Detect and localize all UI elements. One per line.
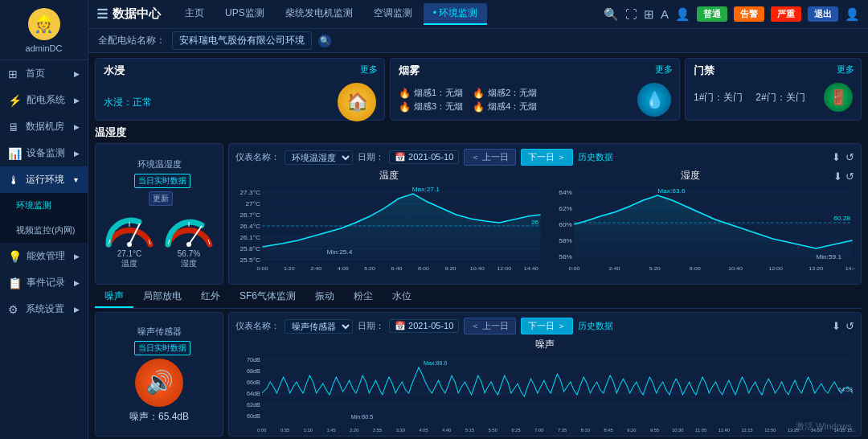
svg-text:26.7°C: 26.7°C — [240, 212, 260, 219]
svg-text:10:40: 10:40 — [728, 266, 743, 271]
sidebar-label-power: 配电系统 — [27, 93, 65, 107]
smoke-item-2: 🔥 烟感2：无烟 — [473, 87, 537, 99]
sidebar-item-environment[interactable]: 🌡 运行环境 ▼ — [0, 166, 88, 193]
tab-waterlevel[interactable]: 水位 — [383, 286, 421, 308]
water-icon: 🏠 — [338, 83, 376, 121]
refresh-icon-hum[interactable]: ↺ — [845, 170, 854, 183]
noise-date-label: 日期： — [358, 320, 384, 332]
top-cards: 水浸 更多 水浸：正常 🏠 烟雾 更多 🔥 烟感1：无烟 🔥 烟感2：无烟 — [88, 53, 868, 125]
svg-text:62dB: 62dB — [247, 402, 260, 408]
server-icon: 🖥 — [8, 121, 21, 133]
svg-text:7:35: 7:35 — [558, 428, 567, 433]
water-title: 水浸 — [104, 64, 376, 78]
next-day-btn[interactable]: 下一日 ＞ — [521, 149, 573, 166]
subheader-value: 安科瑞电气股份有限公司环境 — [172, 31, 312, 50]
svg-text:5:15: 5:15 — [465, 428, 474, 433]
sidebar-sub-label-video: 视频监控(内网) — [16, 224, 75, 236]
badge-logout[interactable]: 退出 — [808, 6, 838, 22]
tab-infrared[interactable]: 红外 — [191, 286, 230, 308]
sidebar-label-datacenter: 数据机房 — [26, 120, 64, 133]
svg-text:Min:25.4: Min:25.4 — [326, 249, 353, 256]
noise-history-btn[interactable]: 历史数据 — [578, 320, 613, 332]
sidebar-label-home: 首页 — [26, 67, 45, 80]
sidebar-item-devices[interactable]: 📊 设备监测 ▶ — [0, 140, 88, 166]
history-btn[interactable]: 历史数据 — [578, 151, 613, 163]
svg-text:Min:60.5: Min:60.5 — [351, 414, 374, 421]
sidebar-item-events[interactable]: 📋 事件记录 ▶ — [0, 269, 88, 296]
svg-text:70dB: 70dB — [247, 357, 260, 363]
svg-text:12:00: 12:00 — [768, 266, 783, 271]
environment-icon: 🌡 — [8, 174, 21, 187]
tab-partial[interactable]: 局部放电 — [133, 286, 191, 308]
user-icon[interactable]: 👤 — [675, 7, 690, 22]
refresh-icon-temp[interactable]: ↺ — [845, 151, 854, 163]
sidebar-sub-video[interactable]: 视频监控(内网) — [0, 218, 88, 243]
svg-text:27°C: 27°C — [245, 201, 260, 207]
zoom-icon[interactable]: ⛶ — [625, 7, 637, 21]
update-btn[interactable]: 更新 — [149, 191, 173, 206]
download-icon-noise[interactable]: ⬇ — [832, 320, 841, 332]
gauges-row: 27.1°C 温度 56.7% — [102, 209, 216, 269]
refresh-icon-noise[interactable]: ↺ — [845, 320, 854, 332]
sidebar-item-energy[interactable]: 💡 能效管理 ▶ — [0, 243, 88, 269]
tab-vibration[interactable]: 振动 — [305, 286, 344, 308]
instrument-select[interactable]: 环境温湿度 — [285, 150, 353, 165]
door-title: 门禁 — [694, 64, 853, 78]
smoke-more[interactable]: 更多 — [655, 64, 673, 76]
svg-text:2:55: 2:55 — [373, 428, 382, 433]
svg-text:12:50: 12:50 — [764, 428, 776, 433]
sidebar-label-energy: 能效管理 — [27, 249, 65, 263]
sidebar-item-power[interactable]: ⚡ 配电系统 ▶ — [0, 87, 88, 113]
date-label: 日期： — [358, 151, 384, 163]
settings-icon: ⚙ — [8, 303, 21, 316]
grid-icon[interactable]: ⊞ — [644, 7, 654, 22]
download-icon-hum[interactable]: ⬇ — [833, 170, 842, 183]
door-grid: 1#门：关门 2#门：关门 — [694, 91, 805, 105]
noise-prev-btn[interactable]: ＜ 上一日 — [464, 318, 516, 334]
section-body-temp: 环境温湿度 当日实时数据 更新 — [95, 143, 862, 285]
humidity-chart-title: 湿度 — [547, 169, 833, 183]
prev-day-btn[interactable]: ＜ 上一日 — [464, 149, 516, 166]
dual-charts: 温度 27.3°C 27°C — [235, 169, 854, 273]
noise-left-panel: 噪声传感器 当日实时数据 🔊 噪声：65.4dB — [95, 312, 223, 437]
tab-sf6[interactable]: SF6气体监测 — [230, 286, 305, 308]
search-icon[interactable]: 🔍 — [604, 7, 619, 22]
tab-environment[interactable]: • 环境监测 — [424, 3, 488, 25]
svg-text:Max:27.1: Max:27.1 — [412, 187, 440, 193]
watermark: 激活 Windows — [796, 421, 852, 433]
sidebar-item-settings[interactable]: ⚙ 系统设置 ▶ — [0, 296, 88, 322]
sidebar: 👷 adminDC ⊞ 首页 ▶ ⚡ 配电系统 ▶ 🖥 数据机房 ▶ 📊 设备监… — [0, 0, 88, 439]
tab-generator[interactable]: 柴统发电机监测 — [276, 3, 362, 25]
noise-chart-title: 噪声 — [235, 338, 854, 351]
svg-text:2:40: 2:40 — [609, 266, 620, 271]
tab-ac[interactable]: 空调监测 — [364, 3, 422, 25]
sidebar-item-datacenter[interactable]: 🖥 数据机房 ▶ — [0, 113, 88, 140]
sidebar-item-home[interactable]: ⊞ 首页 ▶ — [0, 60, 88, 87]
subheader-search-btn[interactable]: 🔍 — [318, 35, 331, 47]
door-content: 1#门：关门 2#门：关门 🚪 — [694, 83, 853, 112]
profile-icon[interactable]: 👤 — [845, 7, 860, 22]
noise-next-btn[interactable]: 下一日 ＞ — [521, 318, 573, 334]
temp-humidity-section: 温湿度 环境温湿度 当日实时数据 更新 — [88, 125, 868, 286]
tab-dust[interactable]: 粉尘 — [344, 286, 383, 308]
noise-chart-container: 噪声 70dB 68dB 66dB 64dB 62 — [235, 338, 854, 437]
svg-text:1:45: 1:45 — [327, 428, 336, 433]
tab-ups[interactable]: UPS监测 — [215, 3, 274, 25]
water-more[interactable]: 更多 — [360, 64, 378, 76]
home-icon: ⊞ — [8, 68, 21, 80]
smoke-card: 烟雾 更多 🔥 烟感1：无烟 🔥 烟感2：无烟 🔥 烟感3：无烟 — [390, 58, 680, 121]
gauge-panel-title: 环境温湿度 — [137, 158, 182, 170]
tab-home[interactable]: 主页 — [175, 3, 214, 25]
noise-value: 噪声：65.4dB — [129, 410, 189, 424]
noise-instrument-select[interactable]: 噪声传感器 — [285, 319, 353, 334]
sidebar-sub-env-monitor[interactable]: 环境监测 — [0, 193, 88, 218]
font-icon[interactable]: A — [661, 7, 669, 21]
sidebar-label-events: 事件记录 — [27, 276, 65, 289]
download-icon-temp[interactable]: ⬇ — [832, 151, 841, 163]
door-more[interactable]: 更多 — [837, 64, 854, 76]
door-item-2: 2#门：关门 — [755, 91, 805, 105]
chevron-icon-5: ▼ — [72, 176, 80, 184]
avatar: 👷 — [28, 8, 60, 40]
tab-noise[interactable]: 噪声 — [95, 286, 133, 308]
instrument-label: 仪表名称： — [235, 151, 280, 163]
